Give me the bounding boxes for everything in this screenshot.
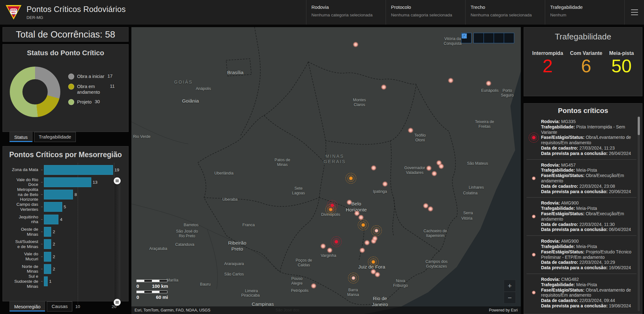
bar-row[interactable]: Vale doMucuri2 xyxy=(3,250,129,263)
legend-item[interactable]: Obra em andamento11 xyxy=(68,84,126,95)
field-fase: Fase/Estágio/Status: Obra/Execução/Em an… xyxy=(541,173,636,184)
list-item[interactable]: Rodovia: AMG900Trafegabilidade: Meia-Pis… xyxy=(527,197,636,235)
marker-ponto-critico[interactable] xyxy=(327,247,333,253)
filter-label: Trecho xyxy=(471,4,545,10)
bar[interactable] xyxy=(44,264,51,274)
marker-ponto-critico[interactable] xyxy=(428,206,433,212)
home-button[interactable] xyxy=(473,33,484,43)
bar[interactable] xyxy=(44,177,91,187)
menu-button[interactable] xyxy=(624,0,644,25)
marker-pista-interrompida[interactable] xyxy=(331,236,342,247)
legend-item[interactable]: Projeto30 xyxy=(68,99,126,105)
list-item-text: Rodovia: MG457Trafegabilidade: Meia-Pist… xyxy=(541,163,636,194)
bar-category-label: Jequitinhonha xyxy=(3,215,41,224)
marker-ponto-critico[interactable] xyxy=(372,236,378,241)
bar[interactable] xyxy=(44,190,73,199)
bar-chart: 01020 Zona da Mata19Vale do RioDoce13Met… xyxy=(3,162,128,288)
marker-ponto-critico[interactable] xyxy=(346,199,352,205)
range-slider-handle-bottom[interactable] xyxy=(114,299,121,306)
list-item[interactable]: Rodovia: MG335Trafegabilidade: Pista Int… xyxy=(527,116,636,159)
layers-button[interactable] xyxy=(494,33,504,43)
bar-row[interactable]: Jequitinhonha4 xyxy=(3,213,129,226)
bar-row[interactable]: Norte deMinas2 xyxy=(3,263,129,275)
axis-tick xyxy=(41,281,43,281)
legend-swatch xyxy=(68,99,74,105)
filter-trafegabilidade[interactable]: TrafegabilidadeNenhum xyxy=(545,0,624,25)
tab-mesorregio[interactable]: Mesorregião xyxy=(9,301,45,311)
powered-by-esri: Powered by Esri xyxy=(489,308,518,312)
bar-row[interactable]: Sul/Sudoeste de Minas2 xyxy=(3,238,129,251)
marker-ponto-critico[interactable] xyxy=(353,42,358,47)
bar-value-label: 2 xyxy=(53,267,55,271)
legend-button[interactable] xyxy=(484,33,494,43)
status-tabs: StatusTrafegabilidade xyxy=(5,132,76,142)
list-item[interactable]: Rodovia: CMG482Trafegabilidade: Meia-Pis… xyxy=(527,274,636,312)
tab-trafegabilidade[interactable]: Trafegabilidade xyxy=(34,132,76,142)
map-toolbar xyxy=(461,33,514,43)
marker-ponto-critico[interactable] xyxy=(448,78,454,83)
legend-label: Projeto xyxy=(77,99,92,105)
bar[interactable] xyxy=(44,252,51,262)
marker-ponto-critico[interactable] xyxy=(381,84,387,90)
marker-com-variante[interactable] xyxy=(371,225,382,236)
bar[interactable] xyxy=(44,202,62,212)
marker-ponto-critico[interactable] xyxy=(364,240,370,246)
marker-ponto-critico[interactable] xyxy=(438,163,444,169)
filter-value: Nenhuma categoria selecionada xyxy=(391,13,465,17)
tab-causas[interactable]: Causas xyxy=(47,301,72,311)
zoom-in-button[interactable]: + xyxy=(504,280,515,292)
marker-ponto-critico[interactable] xyxy=(431,171,437,176)
bar[interactable] xyxy=(44,215,58,224)
filter-label: Protocolo xyxy=(391,4,465,10)
bar-value-label: 8 xyxy=(75,192,77,197)
filter-rodovia[interactable]: RodoviaNenhuma categoria selecionada xyxy=(306,0,386,25)
marker-ponto-critico[interactable] xyxy=(320,243,326,249)
marker-ponto-critico[interactable] xyxy=(408,127,413,133)
status-chart-panel: Status do Ponto Crítico Obra a iniciar17… xyxy=(3,44,129,132)
filter-protocolo[interactable]: ProtocoloNenhuma categoria selecionada xyxy=(386,0,465,25)
pontos-criticos-list: Rodovia: MG335Trafegabilidade: Pista Int… xyxy=(527,116,636,314)
marker-com-variante[interactable] xyxy=(358,220,369,230)
trafegabilidade-panel: Trafegabilidade Interrompida2Com Variant… xyxy=(524,27,642,96)
bar-row[interactable]: Sul eSudoeste deMinas1 xyxy=(3,275,129,288)
marker-ponto-critico[interactable] xyxy=(371,165,376,171)
list-item[interactable]: Rodovia: MG457Trafegabilidade: Meia-Pist… xyxy=(527,159,636,198)
scalebar-km-ruler xyxy=(136,280,167,282)
field-rodovia: Rodovia: CMG482 xyxy=(541,277,636,282)
bar-row[interactable]: Metropolitana de BeloHorizonte8 xyxy=(3,188,129,201)
bar-row[interactable]: Oeste deMinas2 xyxy=(3,226,129,238)
zoom-out-button[interactable]: − xyxy=(504,292,515,303)
bar-row[interactable]: Vale do RioDoce13 xyxy=(3,176,129,188)
donut-chart[interactable] xyxy=(10,67,60,117)
page-subtitle: DER-MG xyxy=(27,15,126,20)
dashboard: DER MG Pontos Críticos Rodoviários DER-M… xyxy=(0,0,644,314)
marker-ponto-critico[interactable] xyxy=(359,247,365,253)
bar-row[interactable]: Zona da Mata19 xyxy=(3,163,129,176)
basemap-button[interactable] xyxy=(504,33,514,43)
marker-com-variante[interactable] xyxy=(348,273,359,283)
marker-com-variante[interactable] xyxy=(368,257,379,267)
map[interactable]: Vitória daConquistaBrasíliaGOIÁSAnápolis… xyxy=(131,27,521,314)
list-item[interactable]: Rodovia: AMG900Trafegabilidade: Meia-Pis… xyxy=(527,235,636,274)
bar[interactable] xyxy=(44,239,51,249)
bar-row[interactable]: Campo dasVertentes5 xyxy=(3,201,129,213)
scalebar-mi-label: 60 mi xyxy=(156,294,168,300)
marker-ponto-critico[interactable] xyxy=(375,272,380,277)
filter-trecho[interactable]: TrechoNenhuma categoria selecionada xyxy=(465,0,545,25)
marker-ponto-critico[interactable] xyxy=(311,283,316,289)
field-trafegabilidade: Trafegabilidade: Meia-Pista xyxy=(541,282,636,287)
brand: DER MG Pontos Críticos Rodoviários DER-M… xyxy=(0,5,126,20)
tab-status[interactable]: Status xyxy=(9,132,33,142)
bar[interactable] xyxy=(44,227,51,237)
bar[interactable] xyxy=(44,165,113,175)
marker-ponto-critico[interactable] xyxy=(382,181,388,187)
marker-com-variante[interactable] xyxy=(346,173,356,184)
marker-ponto-critico[interactable] xyxy=(486,80,491,86)
list-scrollbar[interactable] xyxy=(638,116,640,311)
field-cadastro: Data de cadastro: 22/03/2024, 23:08 xyxy=(541,184,636,189)
bar[interactable] xyxy=(44,276,48,286)
marker-ponto-critico[interactable] xyxy=(426,165,432,171)
legend-item[interactable]: Obra a iniciar17 xyxy=(68,74,126,80)
list-scrollbar-thumb[interactable] xyxy=(638,117,640,135)
marker-pista-interrompida[interactable] xyxy=(327,200,338,211)
